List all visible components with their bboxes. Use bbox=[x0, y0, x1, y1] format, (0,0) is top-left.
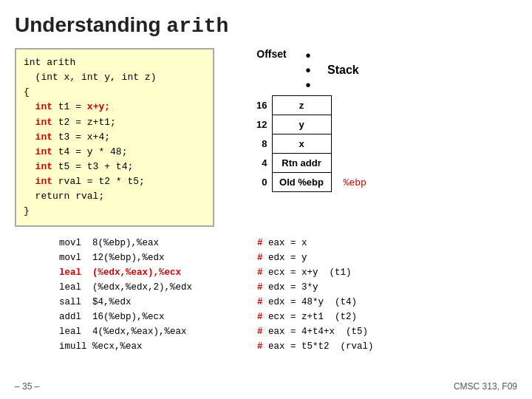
offset-0: 0 bbox=[251, 173, 272, 192]
comment-6: # ecx = z+t1 (t2) bbox=[257, 310, 374, 324]
stack-row-0: 0 Old %ebp %ebp bbox=[251, 173, 375, 192]
comment-8: # eax = t5*t2 (rval) bbox=[257, 339, 374, 354]
code-line-10: return rval; bbox=[24, 189, 205, 204]
course-label: CMSC 313, F09 bbox=[454, 381, 517, 392]
code-line-1: int arith bbox=[24, 55, 205, 70]
value-y: y bbox=[272, 115, 331, 134]
stack-row-16: 16 z bbox=[251, 96, 375, 115]
asm-comments: # eax = x # edx = y # ecx = x+y (t1) # e… bbox=[257, 236, 374, 354]
asm-line-5: sall $4,%edx bbox=[59, 295, 251, 310]
comment-1: # eax = x bbox=[257, 236, 374, 250]
stack-label: Stack bbox=[327, 64, 359, 77]
page: Understanding arith int arith (int x, in… bbox=[0, 0, 532, 399]
value-z: z bbox=[272, 96, 331, 115]
code-line-9: int rval = t2 * t5; bbox=[24, 174, 205, 189]
asm-line-4: leal (%edx,%edx,2),%edx bbox=[59, 280, 251, 295]
asm-line-2: movl 12(%ebp),%edx bbox=[59, 250, 251, 265]
value-x: x bbox=[272, 134, 331, 154]
offset-12: 12 bbox=[251, 115, 272, 134]
asm-line-3: leal (%edx,%eax),%ecx bbox=[59, 265, 251, 280]
offset-8: 8 bbox=[251, 134, 272, 154]
asm-line-8: imull %ecx,%eax bbox=[59, 339, 251, 354]
code-line-5: int t2 = z+t1; bbox=[24, 115, 205, 130]
dots-decoration: ••• bbox=[292, 48, 324, 92]
offset-header-label: Offset bbox=[251, 48, 292, 60]
stack-row-12: 12 y bbox=[251, 115, 375, 134]
stack-table: 16 z 12 y 8 x bbox=[251, 95, 375, 192]
comment-7: # eax = 4+t4+x (t5) bbox=[257, 324, 374, 339]
slide-number: – 35 – bbox=[15, 381, 39, 392]
bottom-area: movl 8(%ebp),%eax movl 12(%ebp),%edx lea… bbox=[15, 236, 517, 354]
asm-line-7: leal 4(%edx,%eax),%eax bbox=[59, 324, 251, 339]
code-line-4: int t1 = x+y; bbox=[24, 100, 205, 115]
stack-area: Offset ••• Stack 16 z 12 bbox=[251, 48, 375, 192]
comment-4: # edx = 3*y bbox=[257, 280, 374, 295]
ebp-pointer-label: %ebp bbox=[344, 177, 366, 188]
main-content: int arith (int x, int y, int z) { int t1… bbox=[15, 48, 517, 227]
code-line-8: int t5 = t3 + t4; bbox=[24, 160, 205, 174]
comment-5: # edx = 48*y (t4) bbox=[257, 295, 374, 310]
value-ebp: Old %ebp bbox=[272, 173, 331, 192]
code-line-11: } bbox=[24, 204, 205, 219]
code-box: int arith (int x, int y, int z) { int t1… bbox=[15, 48, 214, 227]
offset-4: 4 bbox=[251, 154, 272, 173]
value-rtn: Rtn addr bbox=[272, 154, 331, 173]
code-line-7: int t4 = y * 48; bbox=[24, 145, 205, 160]
asm-line-6: addl 16(%ebp),%ecx bbox=[59, 310, 251, 324]
page-title: Understanding arith bbox=[15, 13, 517, 38]
code-line-3: { bbox=[24, 85, 205, 100]
stack-row-4: 4 Rtn addr bbox=[251, 154, 375, 173]
comment-3: # ecx = x+y (t1) bbox=[257, 265, 374, 280]
comment-2: # edx = y bbox=[257, 250, 374, 265]
code-line-2: (int x, int y, int z) bbox=[24, 70, 205, 85]
asm-instructions: movl 8(%ebp),%eax movl 12(%ebp),%edx lea… bbox=[59, 236, 251, 354]
asm-line-1: movl 8(%ebp),%eax bbox=[59, 236, 251, 250]
stack-row-8: 8 x bbox=[251, 134, 375, 154]
offset-16: 16 bbox=[251, 96, 272, 115]
code-line-6: int t3 = x+4; bbox=[24, 130, 205, 145]
